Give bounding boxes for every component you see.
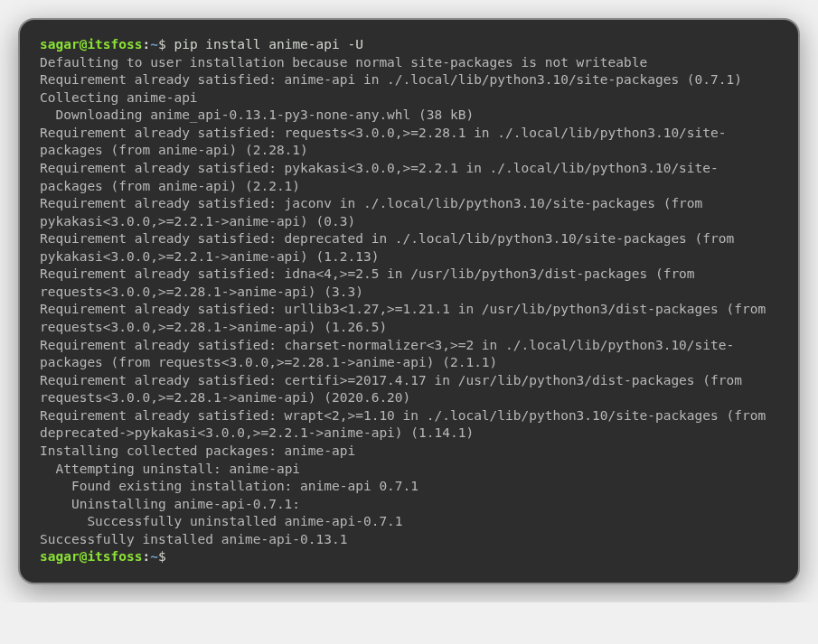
output-line: Found existing installation: anime-api 0… [40,478,778,496]
output-line: Downloading anime_api-0.13.1-py3-none-an… [40,107,778,125]
output-line: Requirement already satisfied: jaconv in… [40,195,778,230]
prompt-user: sagar@itsfoss [40,37,143,51]
prompt-line: sagar@itsfoss:~$ pip install anime-api -… [40,36,778,54]
output-line: Requirement already satisfied: wrapt<2,>… [40,407,778,443]
prompt-user: sagar@itsfoss [40,549,143,564]
output-line: Collecting anime-api [40,89,778,107]
output-line: Requirement already satisfied: certifi>=… [40,372,778,407]
prompt-separator: : [143,37,151,51]
output-line: Successfully installed anime-api-0.13.1 [40,531,778,549]
output-line: Installing collected packages: anime-api [40,443,778,461]
output-line: Requirement already satisfied: urllib3<1… [40,301,778,336]
prompt-dollar: $ [158,549,166,564]
output-line: Uninstalling anime-api-0.7.1: [40,496,778,514]
output-line: Requirement already satisfied: deprecate… [40,230,778,266]
prompt-separator: : [143,549,151,564]
prompt-dollar: $ [158,37,166,51]
prompt-line-empty: sagar@itsfoss:~$ [40,548,778,566]
prompt-path: ~ [150,37,158,51]
output-line: Requirement already satisfied: anime-api… [40,71,778,89]
output-line: Defaulting to user installation because … [40,54,778,72]
output-line: Requirement already satisfied: idna<4,>=… [40,266,778,301]
output-line: Requirement already satisfied: requests<… [40,125,778,160]
terminal-window[interactable]: sagar@itsfoss:~$ pip install anime-api -… [18,18,800,584]
output-line: Requirement already satisfied: pykakasi<… [40,160,778,195]
command-text: pip install anime-api -U [174,37,363,51]
output-line: Attempting uninstall: anime-api [40,461,778,479]
output-line: Requirement already satisfied: charset-n… [40,337,778,372]
output-line: Successfully uninstalled anime-api-0.7.1 [40,513,778,531]
prompt-path: ~ [150,549,158,564]
